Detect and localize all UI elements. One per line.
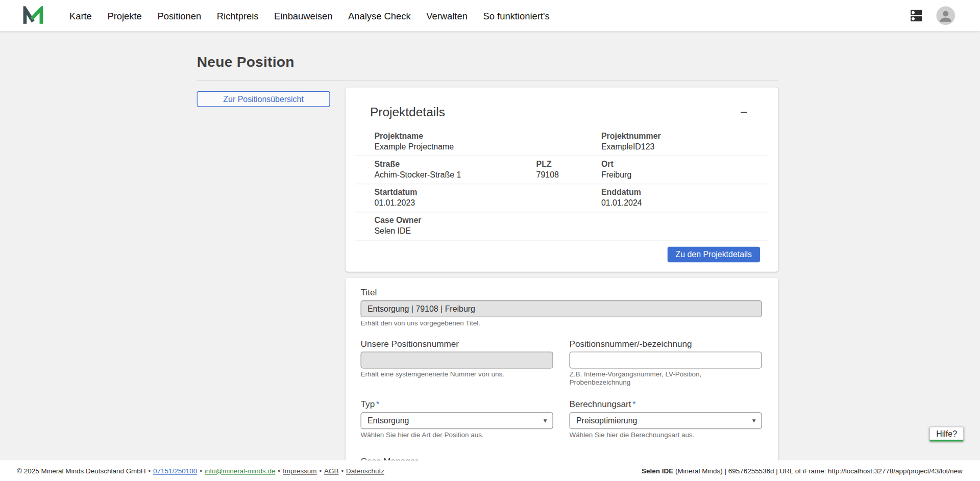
footer-links: © 2025 Mineral Minds Deutschland GmbH • …	[17, 467, 384, 474]
session-user: Selen IDE	[642, 467, 673, 474]
startdatum-value: 01.01.2023	[374, 198, 601, 208]
plz-cell: PLZ 79108	[536, 159, 601, 180]
positionsnummer-input[interactable]	[570, 351, 762, 368]
case-owner-cell: Case Owner Selen IDE	[355, 215, 768, 236]
projektnummer-cell: Projektnummer ExampleID123	[601, 131, 768, 151]
navbar-right	[909, 6, 955, 25]
case-owner-value: Selen IDE	[374, 226, 767, 236]
titel-helper: Erhält den von uns vorgegebenen Titel.	[361, 319, 762, 327]
ort-value: Freiburg	[601, 170, 768, 180]
project-details-card: Projektdetails − Projektname Example Pro…	[346, 87, 778, 271]
projektname-value: Example Projectname	[374, 142, 601, 152]
startdatum-cell: Startdatum 01.01.2023	[355, 187, 601, 208]
right-column: Projektdetails − Projektname Example Pro…	[346, 87, 778, 461]
titel-input	[361, 300, 762, 317]
unsere-positionsnummer-label: Unsere Positionsnummer	[361, 339, 553, 349]
go-to-project-details-button[interactable]: Zu den Projektdetails	[668, 247, 760, 263]
berechnungsart-label-wrap: Berechnungsart*	[570, 399, 762, 410]
typ-select[interactable]: Entsorgung ▾	[361, 412, 553, 429]
nav-item-projekte[interactable]: Projekte	[107, 10, 141, 21]
nav-item-einbauweisen[interactable]: Einbauweisen	[274, 10, 332, 21]
position-form-card: Titel Erhält den von uns vorgegebenen Ti…	[346, 278, 778, 461]
ort-label: Ort	[601, 159, 768, 169]
table-row: Straße Achim-Stocker-Straße 1 PLZ 79108 …	[355, 156, 768, 184]
berechnungsart-field: Berechnungsart* Preisoptimierung ▾ Wähle…	[570, 399, 762, 439]
startdatum-label: Startdatum	[374, 187, 601, 197]
nav-item-so-funktionierts[interactable]: So funktioniert's	[483, 10, 550, 21]
unsere-positionsnummer-input	[361, 351, 553, 368]
separator: •	[278, 467, 280, 474]
strasse-value: Achim-Stocker-Straße 1	[374, 170, 536, 180]
typ-label-wrap: Typ*	[361, 399, 553, 410]
page-title: Neue Position	[197, 54, 778, 70]
footer-email-link[interactable]: info@mineral-minds.de	[205, 467, 276, 474]
project-details-table: Projektname Example Projectname Projektn…	[355, 128, 768, 240]
table-row: Startdatum 01.01.2023 Enddatum 01.01.202…	[355, 184, 768, 212]
typ-label: Typ	[361, 399, 375, 409]
page-container: Neue Position Zur Positionsübersicht Pro…	[197, 31, 778, 461]
berechnungsart-helper: Wählen Sie hier die Berechnungsart aus.	[570, 431, 762, 439]
main-nav: Karte Projekte Positionen Richtpreis Ein…	[69, 10, 550, 21]
project-details-title: Projektdetails	[370, 105, 445, 119]
copyright-text: © 2025 Mineral Minds Deutschland GmbH	[17, 467, 145, 474]
berechnungsart-select-value: Preisoptimierung	[576, 416, 637, 425]
server-icon[interactable]	[909, 8, 923, 23]
nav-item-richtpreis[interactable]: Richtpreis	[217, 10, 259, 21]
footer-datenschutz-link[interactable]: Datenschutz	[346, 467, 384, 474]
berechnungsart-label: Berechnungsart	[570, 399, 631, 409]
unsere-positionsnummer-helper: Erhält eine systemgenerierte Nummer von …	[361, 370, 553, 378]
nav-item-karte[interactable]: Karte	[69, 10, 92, 21]
user-avatar-icon[interactable]	[936, 6, 955, 25]
unsere-positionsnummer-field: Unsere Positionsnummer Erhält eine syste…	[361, 339, 553, 387]
separator: •	[200, 467, 202, 474]
back-to-positions-button[interactable]: Zur Positionsübersicht	[197, 91, 330, 107]
titel-label: Titel	[361, 287, 762, 298]
chevron-down-icon: ▾	[752, 417, 756, 425]
app-viewport: Karte Projekte Positionen Richtpreis Ein…	[0, 0, 980, 481]
separator: •	[341, 467, 344, 474]
enddatum-value: 01.01.2024	[601, 198, 768, 208]
collapse-icon[interactable]: −	[735, 106, 752, 118]
title-divider	[197, 80, 778, 81]
positionsnummer-label: Positionsnummer/-bezeichnung	[570, 339, 762, 349]
positionsnummer-helper: Z.B. Interne-Vorgangsnummer, LV-Position…	[570, 370, 762, 387]
enddatum-cell: Enddatum 01.01.2024	[601, 187, 768, 208]
projektname-label: Projektname	[374, 131, 601, 141]
positionsnummer-field: Positionsnummer/-bezeichnung Z.B. Intern…	[570, 339, 762, 387]
titel-field: Titel Erhält den von uns vorgegebenen Ti…	[361, 287, 762, 327]
typ-field: Typ* Entsorgung ▾ Wählen Sie hier die Ar…	[361, 399, 553, 439]
projektname-cell: Projektname Example Projectname	[355, 131, 601, 151]
left-column: Zur Positionsübersicht	[197, 87, 330, 107]
nav-item-verwalten[interactable]: Verwalten	[426, 10, 468, 21]
footer-phone-link[interactable]: 07151/250100	[153, 467, 197, 474]
table-row: Case Owner Selen IDE	[355, 212, 768, 240]
required-asterisk: *	[376, 399, 380, 409]
berechnungsart-select[interactable]: Preisoptimierung ▾	[570, 412, 762, 429]
form-grid: Unsere Positionsnummer Erhält eine syste…	[361, 339, 762, 439]
plz-value: 79108	[536, 170, 601, 180]
project-details-header: Projektdetails −	[370, 105, 752, 119]
footer: © 2025 Mineral Minds Deutschland GmbH • …	[0, 460, 980, 480]
chevron-down-icon: ▾	[544, 417, 547, 425]
top-navbar: Karte Projekte Positionen Richtpreis Ein…	[0, 0, 980, 31]
strasse-label: Straße	[374, 159, 536, 169]
body-row: Zur Positionsübersicht Projektdetails − …	[197, 87, 778, 461]
session-details: (Mineral Minds) | 69576255536d | URL of …	[673, 467, 963, 474]
main-content: Neue Position Zur Positionsübersicht Pro…	[0, 31, 980, 461]
mineral-minds-logo-icon[interactable]	[23, 6, 43, 25]
separator: •	[319, 467, 322, 474]
case-owner-label: Case Owner	[374, 215, 767, 225]
session-info: Selen IDE (Mineral Minds) | 69576255536d…	[642, 467, 963, 474]
table-row: Projektname Example Projectname Projektn…	[355, 128, 768, 156]
nav-item-analyse-check[interactable]: Analyse Check	[348, 10, 411, 21]
footer-impressum-link[interactable]: Impressum	[283, 467, 317, 474]
footer-agb-link[interactable]: AGB	[324, 467, 338, 474]
plz-label: PLZ	[536, 159, 601, 169]
nav-item-positionen[interactable]: Positionen	[157, 10, 201, 21]
projektnummer-value: ExampleID123	[601, 142, 768, 152]
help-button[interactable]: Hilfe?	[929, 426, 964, 441]
ort-cell: Ort Freiburg	[601, 159, 768, 180]
project-details-actions: Zu den Projektdetails	[355, 247, 768, 263]
typ-helper: Wählen Sie hier die Art der Position aus…	[361, 431, 553, 439]
strasse-cell: Straße Achim-Stocker-Straße 1	[355, 159, 536, 180]
